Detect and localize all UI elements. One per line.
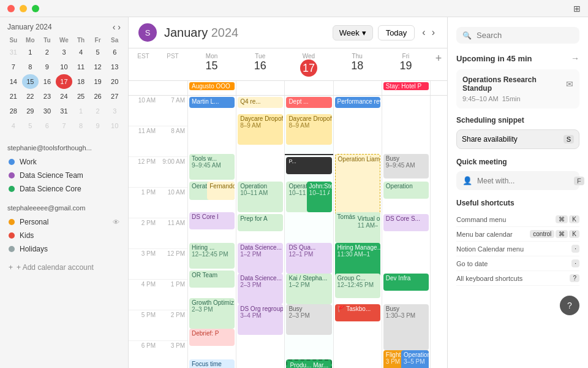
event-busy-now[interactable]: P... xyxy=(286,157,331,174)
event-taskbo[interactable]: 🚩 Taskbo... xyxy=(335,304,380,321)
mini-cal-day[interactable]: 5 xyxy=(89,45,107,59)
event-dscore-fri[interactable]: DS Core S... xyxy=(383,214,429,231)
calendar-holidays[interactable]: Holidays xyxy=(5,242,123,256)
add-calendar-button[interactable]: + + Add calendar account xyxy=(5,261,123,274)
event-daycare-tue[interactable]: Daycare Dropoff8–9 AM xyxy=(238,114,283,145)
event-operation-tue[interactable]: Operation10–11 AM xyxy=(238,182,283,212)
search-input[interactable] xyxy=(477,31,579,40)
mini-cal-day[interactable]: 31 xyxy=(56,104,73,118)
calendar-work[interactable]: Work xyxy=(5,155,123,169)
mini-cal-day[interactable]: 31 xyxy=(5,45,22,59)
calendar-data-science-core[interactable]: Data Science Core xyxy=(5,182,123,196)
mini-cal-day[interactable]: 6 xyxy=(106,45,123,59)
day-header-thu[interactable]: Thu 18 xyxy=(333,48,382,80)
event-virtual-onsite[interactable]: Virtual onsite ...11 AM–12 PM xyxy=(355,214,380,245)
mini-cal-day[interactable]: 8 xyxy=(72,118,89,133)
mini-cal-day[interactable]: 11 xyxy=(72,59,89,74)
mini-cal-day[interactable]: 1 xyxy=(72,104,89,118)
mini-cal-day[interactable]: 28 xyxy=(5,104,22,118)
mini-cal-day[interactable]: 14 xyxy=(5,74,22,89)
add-event-icon[interactable]: + xyxy=(434,51,443,66)
calendar-data-science-team[interactable]: Data Science Team xyxy=(5,169,123,182)
mini-cal-day[interactable]: 12 xyxy=(89,59,107,74)
close-button[interactable] xyxy=(7,5,15,12)
mini-cal-prev[interactable]: ‹ xyxy=(113,22,116,32)
mini-cal-day[interactable]: 10 xyxy=(106,118,123,133)
allday-event-augusto[interactable]: Augusto OOO xyxy=(189,82,235,90)
add-event-header[interactable]: + xyxy=(430,48,447,80)
mini-cal-day[interactable]: 29 xyxy=(22,104,39,118)
mini-cal-day[interactable]: 3 xyxy=(106,104,123,118)
mini-cal-day[interactable]: 16 xyxy=(39,74,56,89)
event-fernando[interactable]: Fernando xyxy=(207,182,235,200)
mini-cal-day[interactable]: 20 xyxy=(106,74,123,89)
event-daycare-wed[interactable]: Daycare Dropoff8–9 AM xyxy=(286,114,331,145)
event-kai[interactable]: Kai / Stepha...1–2 PM xyxy=(286,274,331,304)
mini-cal-day[interactable]: 4 xyxy=(72,45,89,59)
meet-with-input[interactable] xyxy=(477,177,569,185)
mini-cal-day[interactable]: 4 xyxy=(5,118,22,133)
event-operation-liam[interactable]: Operation Liam Ste ; xyxy=(335,154,380,215)
mini-cal-day[interactable]: 19 xyxy=(89,74,107,89)
mini-cal-day[interactable]: 17 xyxy=(56,74,73,89)
event-ds-sci-tue[interactable]: Data Science...1–2 PM xyxy=(238,243,283,274)
mini-cal-day[interactable]: 6 xyxy=(39,118,56,133)
event-operation-sprint[interactable]: Operation 2024 Sprint Planning3–5 PM xyxy=(401,350,429,368)
help-button[interactable]: ? xyxy=(560,296,579,315)
calendar-kids[interactable]: Kids xyxy=(5,229,123,242)
mini-cal-day[interactable]: 9 xyxy=(89,118,107,133)
week-selector[interactable]: Week ▾ xyxy=(333,25,373,40)
minimize-button[interactable] xyxy=(20,5,27,12)
mini-cal-next[interactable]: › xyxy=(118,22,121,32)
mini-cal-day[interactable]: 2 xyxy=(39,45,56,59)
maximize-button[interactable] xyxy=(32,5,39,12)
mini-cal-day[interactable]: 3 xyxy=(56,45,73,59)
today-button[interactable]: Today xyxy=(378,25,415,40)
prev-week-button[interactable]: ‹ xyxy=(420,25,428,40)
event-martin[interactable]: Martin L... xyxy=(189,97,235,108)
event-focus-time[interactable]: Focus time3:30–5 PM xyxy=(189,359,235,368)
event-operation-fri[interactable]: Operation xyxy=(383,182,429,199)
event-busy-wed[interactable]: Busy2–3 PM xyxy=(286,304,331,335)
mini-cal-day[interactable]: 27 xyxy=(106,89,123,104)
event-hiring-mon[interactable]: Hiring ...12–12:45 PM xyxy=(189,243,235,269)
calendar-personal[interactable]: Personal 👁 xyxy=(5,215,123,229)
event-dscore-mon[interactable]: DS Core I xyxy=(189,212,235,229)
event-perf-review[interactable]: Performance review talks xyxy=(335,97,380,108)
event-prep[interactable]: Prep for A xyxy=(238,214,283,231)
mini-cal-day[interactable]: 8 xyxy=(22,59,39,74)
event-ds-org[interactable]: DS Org regroup3–4 PM xyxy=(238,304,283,335)
share-availability-button[interactable]: Share availability S xyxy=(456,129,579,149)
event-john-coffee[interactable]: John:Step Coffee ...10–11 AM xyxy=(307,182,332,212)
event-group-c[interactable]: Group C...12–12:45 PM xyxy=(335,274,380,298)
mini-cal-day[interactable]: 21 xyxy=(5,89,22,104)
mini-cal-day[interactable]: 15 xyxy=(22,74,39,89)
mini-cal-day[interactable]: 22 xyxy=(22,89,39,104)
event-busy-fri-1[interactable]: Busy9–9:45 AM xyxy=(383,154,429,178)
next-week-button[interactable]: › xyxy=(429,25,437,40)
mini-cal-day[interactable]: 7 xyxy=(56,118,73,133)
event-growth[interactable]: Growth Optimiz...2–3 PM xyxy=(189,298,235,329)
mini-cal-day[interactable]: 25 xyxy=(72,89,89,104)
mini-cal-day[interactable]: 26 xyxy=(89,89,107,104)
event-ds-qua[interactable]: DS Qua...12–1 PM xyxy=(286,243,331,274)
mini-cal-day[interactable]: 1 xyxy=(22,45,39,59)
day-header-tue[interactable]: Tue 16 xyxy=(236,48,284,80)
mini-cal-day[interactable]: 30 xyxy=(39,104,56,118)
upcoming-event-card[interactable]: Operations Research Standup ✉ 9:45–10 AM… xyxy=(456,69,579,109)
allday-event-hotel[interactable]: Stay: Hotel P xyxy=(383,82,429,90)
event-busy-fri-2[interactable]: Busy1:30–3 PM xyxy=(383,304,429,350)
day-header-fri[interactable]: Fri 19 xyxy=(382,48,430,80)
mini-cal-day[interactable]: 10 xyxy=(56,59,73,74)
event-debrief[interactable]: Debrief: P xyxy=(189,329,235,346)
event-dev-infra[interactable]: Dev Infra xyxy=(383,274,429,291)
event-produ[interactable]: Produ... Mar...3:30–4 xyxy=(286,359,331,368)
mini-cal-day[interactable]: 7 xyxy=(5,59,22,74)
upcoming-arrow-icon[interactable]: → xyxy=(571,53,579,63)
mini-cal-day[interactable]: 9 xyxy=(39,59,56,74)
event-q4-tue[interactable]: Q4 re... xyxy=(238,97,283,108)
mini-cal-day[interactable]: 24 xyxy=(56,89,73,104)
day-header-wed[interactable]: Wed 17 xyxy=(284,48,333,80)
event-tools[interactable]: Tools w...9–9:45 AM xyxy=(189,154,235,180)
event-dept-wed[interactable]: Dept ... xyxy=(286,97,331,108)
